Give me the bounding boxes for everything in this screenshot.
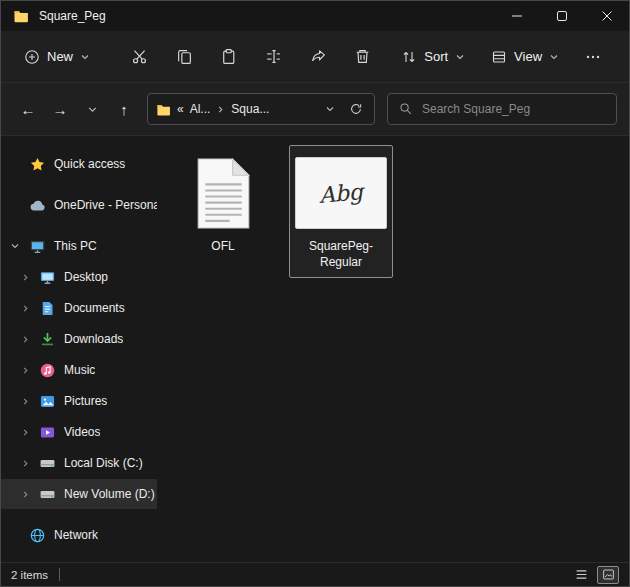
breadcrumb-overflow[interactable]: « [177, 102, 184, 116]
new-button-label: New [47, 49, 73, 64]
copy-icon [176, 48, 193, 65]
drive-icon [39, 486, 56, 503]
back-button[interactable]: ← [13, 94, 43, 124]
command-bar-right: Sort View [385, 39, 617, 75]
refresh-button[interactable] [346, 97, 366, 121]
window-controls [494, 1, 629, 31]
chevron-down-icon [325, 104, 335, 114]
sidebar-item-label: OneDrive - Personal [54, 198, 157, 212]
details-view-icon [575, 568, 588, 581]
chevron-down-icon[interactable] [9, 241, 21, 251]
sidebar-item-label: Quick access [54, 157, 125, 171]
up-button[interactable]: ↑ [109, 94, 139, 124]
more-icon [585, 49, 601, 65]
network-icon [29, 527, 46, 544]
search-icon [399, 102, 413, 116]
chevron-right-icon[interactable] [19, 304, 31, 313]
new-plus-icon [24, 49, 40, 65]
breadcrumb-segment[interactable]: Al... [190, 102, 211, 116]
chevron-right-icon[interactable] [19, 335, 31, 344]
document-file-icon [195, 157, 252, 230]
sidebar-item-music[interactable]: Music [1, 355, 157, 385]
share-icon [310, 48, 327, 65]
forward-button[interactable]: → [45, 94, 75, 124]
cut-button[interactable] [121, 39, 158, 75]
font-file-icon: Abg [295, 157, 387, 229]
chevron-right-icon[interactable] [19, 490, 31, 499]
cloud-icon [29, 197, 46, 214]
more-options-button[interactable] [573, 39, 613, 75]
rename-icon [265, 48, 282, 65]
drive-icon [39, 455, 56, 472]
sidebar-item-videos[interactable]: Videos [1, 417, 157, 447]
search-box [387, 93, 617, 125]
back-icon: ← [21, 101, 36, 118]
close-button[interactable] [584, 1, 629, 31]
file-item-ofl[interactable]: OFL [171, 145, 275, 263]
chevron-down-icon [455, 52, 465, 62]
sidebar-item-downloads[interactable]: Downloads [1, 324, 157, 354]
sidebar-item-new-volume-d[interactable]: New Volume (D:) [1, 479, 157, 509]
details-view-button[interactable] [570, 566, 592, 584]
folder-icon [156, 102, 171, 117]
address-dropdown-button[interactable] [320, 97, 340, 121]
delete-button[interactable] [345, 39, 382, 75]
downloads-icon [39, 331, 56, 348]
sidebar-item-network[interactable]: Network [1, 520, 157, 550]
sidebar-item-quick-access[interactable]: Quick access [1, 149, 157, 179]
title-bar: Square_Peg [1, 1, 629, 31]
new-button[interactable]: New [13, 41, 101, 73]
sidebar-item-label: Videos [64, 425, 100, 439]
view-button[interactable]: View [481, 41, 569, 73]
file-name: SquarePeg-Regular [293, 239, 389, 270]
sort-button[interactable]: Sort [391, 41, 475, 73]
sort-icon [401, 49, 417, 65]
recent-locations-button[interactable] [77, 94, 107, 124]
main-area: Quick access OneDrive - Personal [1, 136, 629, 562]
thumbnail-view-button[interactable] [597, 566, 619, 584]
view-button-label: View [514, 49, 542, 64]
font-preview-text: Abg [318, 179, 364, 208]
file-icon-area [195, 152, 252, 234]
minimize-button[interactable] [494, 1, 539, 31]
chevron-down-icon [80, 52, 90, 62]
sidebar-item-this-pc[interactable]: This PC [1, 231, 157, 261]
status-bar: 2 items [1, 562, 629, 586]
sidebar-item-documents[interactable]: Documents [1, 293, 157, 323]
sidebar-item-label: Local Disk (C:) [64, 456, 143, 470]
forward-icon: → [53, 101, 68, 118]
chevron-right-icon[interactable] [19, 397, 31, 406]
sidebar-item-onedrive[interactable]: OneDrive - Personal [1, 190, 157, 220]
sidebar-item-pictures[interactable]: Pictures [1, 386, 157, 416]
command-bar: New [1, 31, 629, 83]
minimize-icon [511, 10, 523, 22]
sidebar-item-label: Downloads [64, 332, 123, 346]
chevron-right-icon[interactable] [19, 428, 31, 437]
sidebar-item-label: Documents [64, 301, 125, 315]
videos-icon [39, 424, 56, 441]
file-item-squarepeg-regular[interactable]: Abg SquarePeg-Regular [289, 145, 393, 278]
sidebar-gap [1, 510, 157, 519]
sidebar-item-label: This PC [54, 239, 97, 253]
breadcrumb-segment[interactable]: Squa... [231, 102, 269, 116]
search-input[interactable] [422, 102, 605, 116]
window-title: Square_Peg [39, 9, 106, 23]
copy-button[interactable] [166, 39, 203, 75]
item-count: 2 items [11, 569, 48, 581]
chevron-right-icon[interactable] [19, 366, 31, 375]
file-explorer-window: Square_Peg New [0, 0, 630, 587]
chevron-right-icon[interactable] [19, 273, 31, 282]
status-divider [59, 568, 60, 581]
sidebar-item-desktop[interactable]: Desktop [1, 262, 157, 292]
address-bar[interactable]: « Al... Squa... [147, 93, 375, 125]
file-name: OFL [175, 239, 271, 255]
paste-button[interactable] [210, 39, 247, 75]
chevron-down-icon [549, 52, 559, 62]
sidebar-item-label: Pictures [64, 394, 107, 408]
sidebar-item-local-disk-c[interactable]: Local Disk (C:) [1, 448, 157, 478]
maximize-button[interactable] [539, 1, 584, 31]
share-button[interactable] [300, 39, 337, 75]
rename-button[interactable] [255, 39, 292, 75]
chevron-right-icon[interactable] [19, 459, 31, 468]
pictures-icon [39, 393, 56, 410]
